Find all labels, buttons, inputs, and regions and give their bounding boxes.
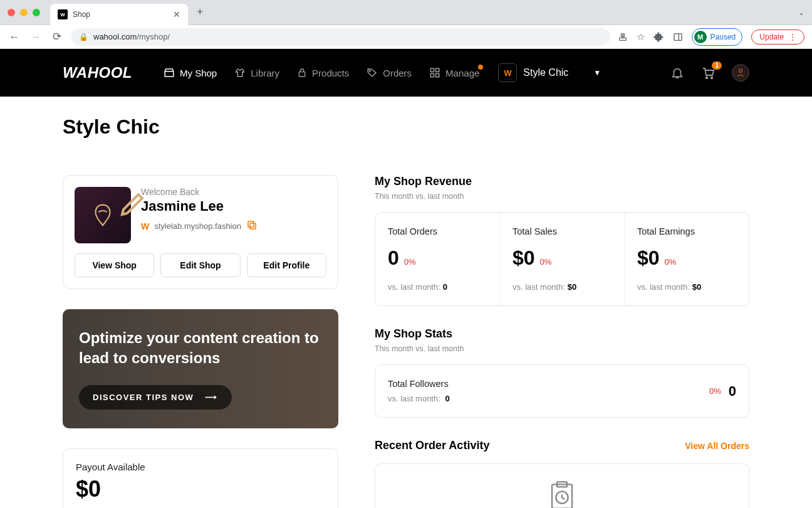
profile-card: Welcome Back Jasmine Lee W stylelab.mysh…: [63, 175, 338, 289]
revenue-col-earnings: Total Earnings $00% vs. last month:$0: [625, 213, 749, 305]
svg-point-5: [370, 70, 371, 71]
svg-rect-6: [430, 68, 434, 71]
edit-profile-button[interactable]: Edit Profile: [247, 253, 326, 277]
shop-icon: [164, 67, 175, 78]
shop-switcher-avatar-icon: W: [498, 63, 517, 82]
tag-icon: [367, 67, 378, 78]
url-path: /myshop/: [137, 32, 170, 41]
main-nav: My Shop Library Products Orders Manage: [164, 67, 479, 78]
bookmark-star-icon[interactable]: ☆: [637, 31, 645, 43]
rev-value: $0: [513, 246, 535, 270]
cart-button[interactable]: 1: [700, 65, 716, 80]
payout-value: $0: [76, 476, 325, 502]
promo-cta-label: DISCOVER TIPS NOW: [93, 393, 194, 402]
svg-rect-4: [299, 72, 304, 77]
site-header: WAHOOL My Shop Library Products Orders M…: [0, 49, 812, 97]
revenue-subtitle: This month vs. last month: [375, 192, 749, 201]
brand-logo[interactable]: WAHOOL: [63, 64, 132, 82]
edit-shop-button[interactable]: Edit Shop: [160, 253, 240, 277]
shop-switcher-label: Style Chic: [523, 67, 568, 78]
payout-label: Payout Available: [76, 462, 325, 472]
followers-pct: 0%: [709, 386, 721, 396]
rev-value: 0: [388, 246, 399, 270]
tab-favicon-icon: w: [58, 9, 68, 19]
grid-icon: [429, 67, 440, 78]
nav-manage[interactable]: Manage: [429, 67, 479, 78]
user-avatar-button[interactable]: [732, 64, 749, 82]
browser-tab[interactable]: w Shop ✕: [50, 4, 188, 25]
edit-avatar-icon[interactable]: [117, 189, 128, 201]
discover-tips-button[interactable]: DISCOVER TIPS NOW ⟶: [79, 385, 232, 410]
minimize-window-button[interactable]: [20, 9, 28, 16]
page-title: Style Chic: [63, 115, 749, 139]
welcome-text: Welcome Back: [141, 187, 326, 197]
nav-label: Products: [312, 68, 349, 78]
nav-label: Orders: [383, 68, 412, 78]
rev-pct: 0%: [404, 257, 416, 267]
rev-label: Total Orders: [388, 226, 487, 236]
forward-button[interactable]: →: [29, 31, 43, 43]
nav-my-shop[interactable]: My Shop: [164, 67, 217, 78]
svg-rect-9: [436, 74, 439, 77]
extensions-icon[interactable]: [653, 31, 664, 42]
promo-title: Optimize your content creation tolead to…: [79, 328, 322, 369]
stats-subtitle: This month vs. last month: [375, 344, 749, 353]
close-window-button[interactable]: [8, 9, 15, 16]
svg-rect-13: [248, 221, 254, 227]
nav-badge-dot-icon: [478, 65, 483, 70]
shirt-icon: [234, 67, 246, 78]
svg-rect-1: [674, 33, 682, 40]
address-bar[interactable]: 🔒 wahool.com/myshop/: [71, 28, 610, 46]
window-controls: [8, 9, 40, 16]
svg-rect-8: [430, 74, 434, 77]
view-shop-button[interactable]: View Shop: [75, 253, 154, 277]
clipboard-clock-icon: [543, 480, 581, 508]
revenue-col-orders: Total Orders 00% vs. last month:0: [375, 213, 500, 305]
url-domain: wahool.com: [93, 32, 137, 41]
nav-orders[interactable]: Orders: [367, 67, 412, 78]
revenue-col-sales: Total Sales $00% vs. last month:$0: [500, 213, 625, 305]
update-label: Update: [759, 33, 784, 41]
update-chip[interactable]: Update ⋮: [751, 29, 804, 45]
lock-icon: 🔒: [79, 33, 88, 41]
copy-icon[interactable]: [246, 220, 258, 233]
chevron-down-icon: ▼: [593, 68, 601, 77]
profile-paused-chip[interactable]: M Paused: [692, 28, 743, 46]
kebab-icon: ⋮: [789, 33, 796, 41]
cart-badge: 1: [712, 61, 722, 70]
recent-orders-card: [375, 463, 749, 508]
nav-products[interactable]: Products: [297, 67, 349, 78]
paused-label: Paused: [710, 33, 736, 41]
svg-rect-0: [619, 38, 626, 40]
back-button[interactable]: ←: [8, 31, 21, 43]
stats-card: Total Followers vs. last month: 0 0% 0: [375, 364, 749, 418]
reload-button[interactable]: ⟳: [50, 30, 64, 43]
shop-url: stylelab.myshop.fashion: [154, 221, 241, 231]
nav-library[interactable]: Library: [234, 67, 279, 78]
shop-switcher[interactable]: W Style Chic ▼: [498, 63, 601, 82]
rev-pct: 0%: [540, 257, 552, 267]
rev-value: $0: [637, 246, 660, 270]
tabs-overflow-icon[interactable]: ⌄: [798, 8, 804, 17]
followers-label: Total Followers: [388, 379, 450, 389]
share-icon[interactable]: [618, 32, 628, 42]
tab-close-icon[interactable]: ✕: [173, 9, 180, 19]
tab-title: Shop: [73, 10, 168, 19]
recent-title: Recent Order Activity: [375, 439, 489, 452]
rev-label: Total Sales: [513, 226, 612, 236]
sidepanel-icon[interactable]: [673, 32, 683, 42]
svg-point-10: [706, 77, 708, 79]
browser-tab-bar: w Shop ✕ + ⌄: [0, 0, 812, 25]
followers-value: 0: [729, 383, 736, 400]
maximize-window-button[interactable]: [33, 9, 40, 16]
rev-label: Total Earnings: [637, 226, 736, 236]
notifications-button[interactable]: [670, 66, 684, 80]
nav-label: Manage: [445, 68, 479, 78]
view-all-orders-link[interactable]: View All Orders: [685, 441, 749, 451]
rev-pct: 0%: [665, 257, 677, 267]
shop-avatar[interactable]: [75, 187, 131, 243]
svg-rect-7: [436, 68, 439, 71]
nav-label: My Shop: [180, 68, 217, 78]
new-tab-button[interactable]: +: [197, 6, 204, 19]
url-brand-icon: W: [141, 221, 149, 231]
